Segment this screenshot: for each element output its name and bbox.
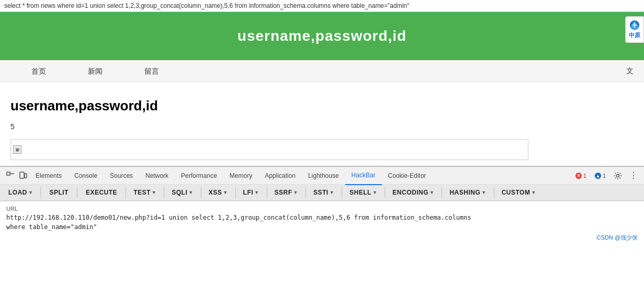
shell-arrow-icon: ▼ bbox=[372, 190, 377, 195]
hackbar-toolbar: LOAD ▼ SPLIT EXECUTE TEST ▼ SQLI ▼ XSS ▼… bbox=[0, 185, 644, 201]
url-line2: where table_name="admin" bbox=[6, 223, 97, 231]
divider-8 bbox=[306, 187, 306, 198]
load-button[interactable]: LOAD ▼ bbox=[4, 187, 37, 198]
test-arrow-icon: ▼ bbox=[152, 190, 156, 195]
encoding-button[interactable]: ENCODING ▼ bbox=[388, 187, 438, 198]
load-label: LOAD bbox=[8, 189, 27, 196]
devtools-panel: Elements Console Sources Network Perform… bbox=[0, 166, 644, 246]
address-bar: select * from news where id=1 union sele… bbox=[0, 0, 644, 12]
site-header: username,password,id 中原 bbox=[0, 12, 644, 60]
shell-label: SHELL bbox=[349, 189, 371, 196]
shell-button[interactable]: SHELL ▼ bbox=[345, 187, 381, 198]
tab-memory[interactable]: Memory bbox=[223, 167, 258, 185]
test-button[interactable]: TEST ▼ bbox=[129, 187, 161, 198]
ext-logo-icon bbox=[629, 20, 640, 30]
lfi-label: LFI bbox=[243, 189, 254, 196]
xss-label: XSS bbox=[209, 189, 222, 196]
load-arrow-icon: ▼ bbox=[28, 190, 33, 195]
ssti-label: SSTI bbox=[313, 189, 329, 196]
devtools-tab-bar: Elements Console Sources Network Perform… bbox=[0, 167, 644, 185]
site-title: username,password,id bbox=[10, 28, 634, 44]
divider-10 bbox=[385, 187, 385, 198]
ext-label: 中原 bbox=[629, 31, 640, 39]
divider-3 bbox=[126, 187, 126, 198]
execute-button[interactable]: EXECUTE bbox=[81, 187, 122, 198]
tab-performance[interactable]: Performance bbox=[175, 167, 223, 185]
divider-12 bbox=[494, 187, 494, 198]
devtools-inspect-icon[interactable] bbox=[4, 169, 17, 182]
divider-6 bbox=[235, 187, 236, 198]
sqli-label: SQLI bbox=[172, 189, 187, 196]
divider-9 bbox=[342, 187, 342, 198]
svg-rect-3 bbox=[20, 172, 24, 178]
svg-rect-1 bbox=[7, 172, 10, 175]
svg-rect-4 bbox=[25, 174, 27, 178]
nav-bar: 首页 新闻 留言 文 bbox=[0, 60, 644, 82]
divider-1 bbox=[40, 187, 41, 198]
devtools-more-icon[interactable]: ⋮ bbox=[627, 169, 640, 182]
nav-item-news[interactable]: 新闻 bbox=[67, 60, 123, 82]
test-label: TEST bbox=[133, 189, 151, 196]
broken-image-container: ▣ bbox=[10, 139, 528, 160]
divider-4 bbox=[164, 187, 164, 198]
divider-7 bbox=[267, 187, 267, 198]
nav-item-message[interactable]: 留言 bbox=[123, 60, 180, 82]
svg-point-5 bbox=[617, 174, 619, 177]
tab-network[interactable]: Network bbox=[139, 167, 175, 185]
encoding-arrow-icon: ▼ bbox=[430, 190, 434, 195]
divider-11 bbox=[442, 187, 442, 198]
ssrf-label: SSRF bbox=[275, 189, 292, 196]
address-bar-text: select * from news where id=1 union sele… bbox=[4, 2, 409, 9]
warning-dot: ▲ bbox=[595, 173, 601, 179]
hackbar-url-area: URL http://192.168.120.110/demo01/new.ph… bbox=[0, 201, 644, 246]
hashing-arrow-icon: ▼ bbox=[481, 190, 486, 195]
nav-item-home[interactable]: 首页 bbox=[10, 60, 67, 82]
ssrf-button[interactable]: SSRF ▼ bbox=[270, 187, 302, 198]
sqli-button[interactable]: SQLI ▼ bbox=[167, 187, 197, 198]
error-badge[interactable]: ✕ 1 bbox=[573, 172, 589, 180]
divider-2 bbox=[77, 187, 77, 198]
devtools-settings-icon[interactable] bbox=[612, 169, 624, 182]
encoding-label: ENCODING bbox=[392, 189, 428, 196]
devtools-tab-icons: ✕ 1 ▲ 1 ⋮ bbox=[573, 169, 640, 182]
tab-elements[interactable]: Elements bbox=[29, 167, 68, 185]
main-number: 5 bbox=[10, 122, 634, 131]
warning-badge[interactable]: ▲ 1 bbox=[592, 172, 608, 180]
broken-image-icon: ▣ bbox=[13, 145, 21, 154]
tab-application[interactable]: Application bbox=[258, 167, 302, 185]
ssti-arrow-icon: ▼ bbox=[330, 190, 334, 195]
custom-button[interactable]: CUSTOM ▼ bbox=[498, 187, 540, 198]
devtools-device-icon[interactable] bbox=[17, 169, 29, 182]
xss-button[interactable]: XSS ▼ bbox=[205, 187, 232, 198]
tab-lighthouse[interactable]: Lighthouse bbox=[302, 167, 345, 185]
lfi-button[interactable]: LFI ▼ bbox=[239, 187, 264, 198]
ssti-button[interactable]: SSTI ▼ bbox=[309, 187, 338, 198]
credit-text: CSDN @强少张 bbox=[6, 234, 638, 242]
ssrf-arrow-icon: ▼ bbox=[293, 190, 298, 195]
split-button[interactable]: SPLIT bbox=[44, 187, 74, 198]
sqli-arrow-icon: ▼ bbox=[188, 190, 193, 195]
warning-count: 1 bbox=[603, 173, 606, 179]
custom-label: CUSTOM bbox=[502, 189, 530, 196]
nav-item-extra[interactable]: 文 bbox=[626, 66, 634, 76]
error-count: 1 bbox=[583, 173, 586, 179]
tab-console[interactable]: Console bbox=[68, 167, 104, 185]
error-dot: ✕ bbox=[575, 173, 582, 179]
main-content: username,password,id 5 ▣ bbox=[0, 82, 644, 166]
hashing-button[interactable]: HASHING ▼ bbox=[445, 187, 490, 198]
divider-5 bbox=[201, 187, 201, 198]
custom-arrow-icon: ▼ bbox=[531, 190, 536, 195]
xss-arrow-icon: ▼ bbox=[223, 190, 228, 195]
url-label: URL bbox=[6, 206, 638, 212]
url-text[interactable]: http://192.168.120.110/demo01/new.php?id… bbox=[6, 213, 638, 232]
lfi-arrow-icon: ▼ bbox=[254, 190, 259, 195]
tab-cookie-editor[interactable]: Cookie-Editor bbox=[382, 167, 433, 185]
hashing-label: HASHING bbox=[449, 189, 480, 196]
url-line1: http://192.168.120.110/demo01/new.php?id… bbox=[6, 214, 471, 221]
extension-icon[interactable]: 中原 bbox=[625, 16, 644, 43]
tab-hackbar[interactable]: HackBar bbox=[345, 166, 382, 185]
main-heading: username,password,id bbox=[10, 98, 634, 114]
tab-sources[interactable]: Sources bbox=[104, 167, 139, 185]
